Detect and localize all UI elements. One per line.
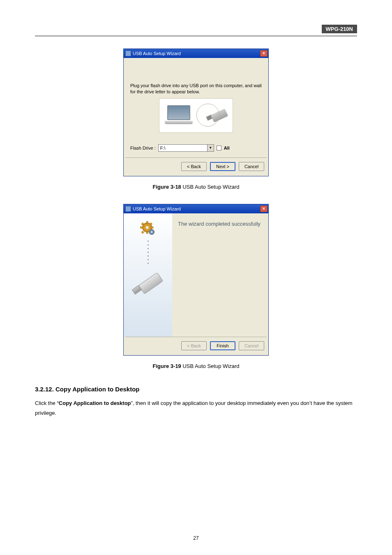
laptop-icon: [165, 105, 193, 126]
svg-rect-9: [141, 231, 144, 233]
wizard-title: USB Auto Setup Wizard: [133, 51, 260, 56]
flash-drive-selector[interactable]: [158, 144, 208, 152]
chevron-down-icon[interactable]: ▼: [208, 144, 214, 152]
window-icon: [125, 206, 131, 212]
section-paragraph: Click the “Copy Application to desktop”,…: [35, 398, 357, 419]
window-icon: [125, 51, 131, 56]
svg-point-11: [151, 231, 153, 233]
figure-caption-1: Figure 3-18 USB Auto Setup Wizard: [35, 184, 357, 190]
wizard-instruction: Plug your flash drive into any USB port …: [130, 83, 262, 95]
close-icon[interactable]: ×: [260, 206, 267, 212]
section-heading: 3.2.12. Copy Application to Desktop: [35, 386, 357, 393]
gear-icon: [139, 220, 157, 238]
back-button[interactable]: < Back: [181, 162, 207, 171]
usb-wizard-step-dialog: USB Auto Setup Wizard × Plug your flash …: [123, 49, 269, 176]
svg-rect-4: [141, 227, 143, 228]
wizard-titlebar[interactable]: USB Auto Setup Wizard ×: [124, 49, 268, 58]
wizard-illustration: [159, 98, 233, 133]
all-checkbox[interactable]: [217, 146, 221, 150]
all-checkbox-label: All: [224, 146, 230, 150]
page-number: 27: [0, 535, 392, 541]
wizard-titlebar[interactable]: USB Auto Setup Wizard ×: [124, 204, 268, 213]
svg-rect-5: [151, 227, 153, 228]
figure-caption-2: Figure 3-19 USB Auto Setup Wizard: [35, 363, 357, 369]
cancel-button: Cancel: [239, 341, 264, 350]
svg-rect-2: [146, 221, 148, 224]
back-button: < Back: [181, 341, 207, 350]
next-button[interactable]: Next >: [210, 162, 235, 171]
close-icon[interactable]: ×: [260, 50, 267, 57]
usb-wizard-complete-dialog: USB Auto Setup Wizard ×: [123, 204, 269, 356]
product-badge: WPG-210N: [322, 25, 357, 33]
usb-drive-icon: [130, 267, 166, 296]
header-rule: [35, 36, 357, 36]
wizard-complete-heading: The wizard completed successfully: [178, 221, 263, 227]
cancel-button[interactable]: Cancel: [239, 162, 264, 171]
wizard-sidebar: [124, 213, 172, 337]
svg-point-1: [146, 226, 149, 229]
finish-button[interactable]: Finish: [210, 341, 235, 350]
wizard-title: USB Auto Setup Wizard: [133, 206, 260, 211]
flash-drive-label: Flash Drive :: [130, 146, 156, 150]
svg-rect-3: [146, 231, 148, 234]
